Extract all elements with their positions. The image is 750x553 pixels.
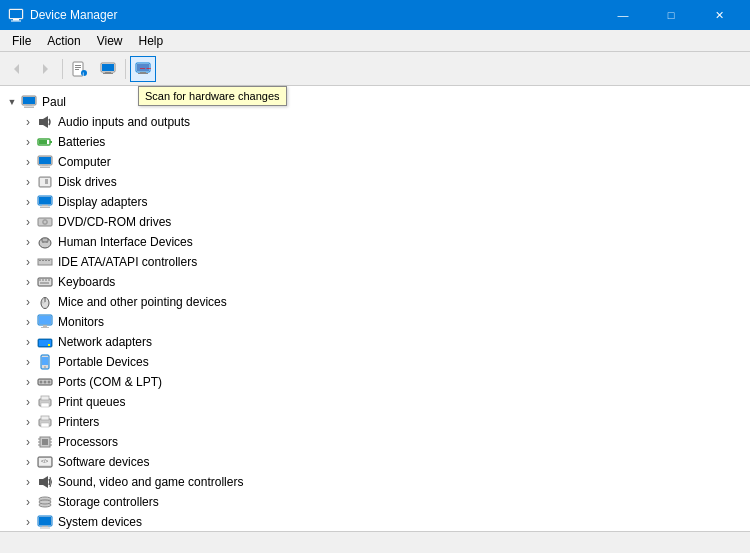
svg-rect-2	[13, 19, 19, 21]
device-category-icon	[36, 254, 54, 270]
svg-rect-3	[11, 21, 21, 22]
tree-item[interactable]: ›Audio inputs and outputs	[0, 112, 750, 132]
svg-rect-51	[45, 260, 47, 261]
expand-icon[interactable]: ›	[20, 274, 36, 290]
tree-item[interactable]: ›Disk drives	[0, 172, 750, 192]
device-category-icon	[36, 434, 54, 450]
menu-action[interactable]: Action	[39, 32, 88, 50]
device-category-icon	[36, 174, 54, 190]
device-category-label: Computer	[58, 155, 111, 169]
tree-item[interactable]: ›Storage controllers	[0, 492, 750, 512]
forward-button[interactable]	[32, 56, 58, 82]
device-category-icon	[36, 214, 54, 230]
svg-rect-31	[39, 157, 51, 164]
svg-rect-32	[42, 165, 48, 166]
root-expand-icon[interactable]: ▼	[4, 94, 20, 110]
svg-rect-40	[40, 207, 50, 209]
expand-icon[interactable]: ›	[20, 154, 36, 170]
svg-rect-18	[140, 72, 146, 73]
svg-point-43	[44, 221, 46, 223]
expand-icon[interactable]: ›	[20, 454, 36, 470]
tree-item[interactable]: ›Computer	[0, 152, 750, 172]
svg-rect-8	[75, 67, 81, 68]
expand-icon[interactable]: ›	[20, 394, 36, 410]
expand-icon[interactable]: ›	[20, 194, 36, 210]
update-driver-button[interactable]	[95, 56, 121, 82]
svg-rect-70	[42, 357, 48, 365]
device-category-label: Printers	[58, 415, 99, 429]
tree-item[interactable]: ›Batteries	[0, 132, 750, 152]
svg-point-73	[40, 381, 43, 384]
svg-rect-49	[39, 260, 41, 261]
svg-rect-56	[45, 279, 47, 281]
expand-icon[interactable]: ›	[20, 474, 36, 490]
expand-icon[interactable]: ›	[20, 234, 36, 250]
expand-icon[interactable]: ›	[20, 314, 36, 330]
svg-rect-33	[40, 167, 50, 169]
minimize-button[interactable]: —	[600, 0, 646, 30]
tree-item[interactable]: ›Monitors	[0, 312, 750, 332]
svg-rect-7	[75, 65, 81, 66]
device-category-label: Display adapters	[58, 195, 147, 209]
expand-icon[interactable]: ›	[20, 434, 36, 450]
expand-icon[interactable]: ›	[20, 494, 36, 510]
tree-item[interactable]: ›Portable Devices	[0, 352, 750, 372]
tree-item[interactable]: ›Printers	[0, 412, 750, 432]
properties-button[interactable]: i	[67, 56, 93, 82]
tree-item[interactable]: ›IDE ATA/ATAPI controllers	[0, 252, 750, 272]
tree-item[interactable]: ›Print queues	[0, 392, 750, 412]
tree-item[interactable]: ›Sound, video and game controllers	[0, 472, 750, 492]
device-category-label: Portable Devices	[58, 355, 149, 369]
device-category-label: Print queues	[58, 395, 125, 409]
expand-icon[interactable]: ›	[20, 374, 36, 390]
svg-rect-14	[105, 72, 111, 73]
svg-rect-28	[50, 141, 52, 143]
tree-item[interactable]: ›Human Interface Devices	[0, 232, 750, 252]
tree-item[interactable]: ›Ports (COM & LPT)	[0, 372, 750, 392]
tree-root: ▼ Paul ›Audio inputs and outputs›Batteri…	[0, 90, 750, 531]
tree-item[interactable]: ›Mice and other pointing devices	[0, 292, 750, 312]
svg-rect-25	[39, 119, 43, 125]
menu-file[interactable]: File	[4, 32, 39, 50]
tree-item[interactable]: ›Network adapters	[0, 332, 750, 352]
svg-rect-77	[41, 396, 49, 400]
toolbar-separator-2	[125, 59, 126, 79]
device-category-label: Network adapters	[58, 335, 152, 349]
tree-item[interactable]: ›Display adapters	[0, 192, 750, 212]
tree-item[interactable]: ›Keyboards	[0, 272, 750, 292]
expand-icon[interactable]: ›	[20, 514, 36, 530]
svg-marker-94	[43, 476, 48, 488]
tree-item[interactable]: ›</>Software devices	[0, 452, 750, 472]
svg-rect-58	[40, 282, 49, 284]
expand-icon[interactable]: ›	[20, 114, 36, 130]
svg-rect-13	[102, 64, 114, 71]
tree-item[interactable]: ›Processors	[0, 432, 750, 452]
svg-rect-103	[40, 528, 50, 529]
maximize-button[interactable]: □	[648, 0, 694, 30]
window-title: Device Manager	[30, 8, 600, 22]
expand-icon[interactable]: ›	[20, 334, 36, 350]
tree-item[interactable]: ›DVD/CD-ROM drives	[0, 212, 750, 232]
device-category-label: Processors	[58, 435, 118, 449]
expand-icon[interactable]: ›	[20, 294, 36, 310]
svg-rect-64	[43, 325, 47, 327]
expand-icon[interactable]: ›	[20, 174, 36, 190]
device-category-label: IDE ATA/ATAPI controllers	[58, 255, 197, 269]
expand-icon[interactable]: ›	[20, 254, 36, 270]
device-category-icon	[36, 314, 54, 330]
menu-help[interactable]: Help	[131, 32, 172, 50]
expand-icon[interactable]: ›	[20, 134, 36, 150]
svg-rect-65	[41, 327, 49, 328]
svg-rect-78	[41, 403, 49, 407]
expand-icon[interactable]: ›	[20, 354, 36, 370]
menu-view[interactable]: View	[89, 32, 131, 50]
back-button[interactable]	[4, 56, 30, 82]
expand-icon[interactable]: ›	[20, 414, 36, 430]
device-category-icon	[36, 494, 54, 510]
device-category-icon	[36, 354, 54, 370]
tree-item[interactable]: ›System devices	[0, 512, 750, 531]
tree-root-item[interactable]: ▼ Paul	[0, 92, 750, 112]
expand-icon[interactable]: ›	[20, 214, 36, 230]
close-button[interactable]: ✕	[696, 0, 742, 30]
scan-hardware-button[interactable]: — —	[130, 56, 156, 82]
